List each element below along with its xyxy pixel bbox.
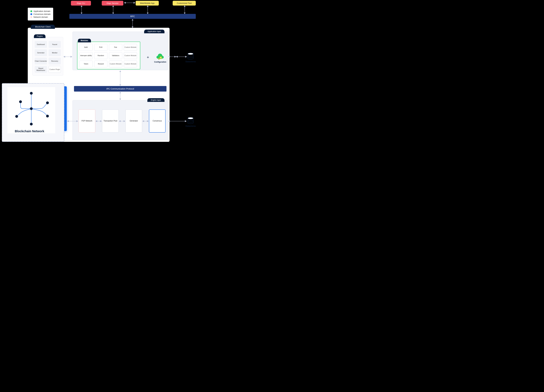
svg-marker-39 [95,120,97,122]
module-custom-4: Custom Module [124,61,137,67]
module-pos: PoS [94,44,107,51]
engine-generator: Generator [125,109,142,133]
plugin-dashboard: Dashboard [35,41,47,48]
svg-point-28 [188,53,193,55]
client-tab: Blockchain Client [31,25,55,29]
svg-marker-26 [176,56,177,58]
svg-marker-24 [175,56,176,58]
svg-marker-27 [185,56,187,58]
svg-marker-51 [168,120,170,122]
ipc-bar: IPC Communication Protocol [74,86,166,92]
engine-layer-tab: Engine layer [147,98,165,102]
plugin-faucet: Faucet [48,41,61,48]
svg-marker-2 [81,13,82,14]
svg-point-60 [15,115,18,118]
svg-marker-7 [147,6,148,7]
svg-marker-42 [119,120,121,122]
svg-marker-14 [134,2,135,4]
plugin-report: Report Misbehavior [35,66,47,73]
svg-marker-1 [81,6,82,7]
top-klayr-cli: Klayr CLI [71,1,91,6]
svg-point-57 [19,100,22,103]
cloud-gear-icon [156,52,164,60]
svg-marker-48 [67,120,69,122]
network-title: Blockchain Network [15,130,44,133]
svg-point-21 [159,58,159,59]
module-token: Token [79,61,93,67]
svg-marker-46 [147,120,149,122]
svg-point-59 [46,115,49,118]
top-tool: Customized Tool [173,1,196,6]
module-custom-3: Custom Module [109,61,122,67]
svg-point-55 [30,92,33,95]
svg-marker-34 [119,84,121,86]
svg-marker-33 [119,71,121,72]
svg-marker-23 [168,56,170,58]
modules-tab: Modules [78,39,91,42]
svg-marker-11 [184,13,185,14]
plugins-grid: Dashboard Faucet Generator Monitor Chain… [35,41,61,73]
plus-icon: + [147,55,149,60]
svg-marker-36 [119,92,121,93]
legend-dot-consensus [30,13,32,15]
svg-point-58 [46,101,49,104]
svg-marker-49 [77,120,78,122]
plugin-chain-connector: Chain Connector [35,58,47,65]
legend-dot-app [30,10,32,12]
datastores-label-2: Datastores [185,125,196,127]
svg-marker-40 [100,120,102,122]
configuration-block: Configuration [154,52,166,63]
top-webapp: Web/Mobile App [136,1,159,6]
legend-app: Application domain [33,10,50,12]
svg-marker-4 [112,6,114,7]
modules-grid: Auth PoS Fee Custom Module Interoper-abi… [79,44,138,67]
rpc-bar: RPC [69,14,196,19]
svg-marker-52 [185,120,187,122]
svg-marker-37 [119,99,121,100]
svg-point-54 [30,107,33,110]
svg-marker-13 [124,2,126,4]
datastores-icon-2 [187,117,194,124]
datastores-label-1: Datastores [185,60,196,63]
top-klayr-service: Klayr Service [102,1,123,6]
legend-network: Network domain [33,16,48,18]
module-validators: Validators [109,52,122,59]
svg-marker-43 [124,120,125,122]
engine-p2p: P2P Network [79,109,95,133]
plugin-custom: Custom Plugin [48,66,61,73]
module-custom-2: Custom Module [124,52,137,59]
svg-marker-17 [132,27,133,28]
svg-marker-31 [71,56,72,58]
svg-marker-30 [64,56,65,58]
svg-marker-45 [142,120,144,122]
svg-point-56 [30,123,33,125]
configuration-label: Configuration [154,61,166,63]
module-auth: Auth [79,44,93,51]
module-random: Random [94,52,107,59]
engine-pool: Transaction Pool [102,109,119,133]
plugins-tab: Plugins [34,34,46,38]
svg-marker-10 [184,6,185,7]
legend-card: Application domain Consensus domain Netw… [28,8,53,20]
datastores-icon-1 [187,52,194,60]
engine-consensus: Consensus [149,109,166,133]
plugin-recovery: Recovery [48,58,61,65]
svg-marker-16 [132,19,133,20]
blockchain-network-inner [7,87,55,133]
network-graph-icon [7,87,55,129]
plugin-monitor: Monitor [48,49,61,56]
svg-marker-5 [112,13,114,14]
app-layer-tab: Application layer [144,30,165,33]
plugin-generator: Generator [35,49,47,56]
legend-dot-network [30,16,32,18]
module-interop: Interoper-ability [79,52,93,59]
module-custom-1: Custom Module [124,44,137,51]
legend-consensus: Consensus domain [33,13,51,15]
module-fee: Fee [109,44,122,51]
module-reward: Reward [94,61,107,67]
svg-point-53 [188,117,193,119]
svg-marker-8 [147,13,148,14]
svg-point-19 [160,57,161,58]
